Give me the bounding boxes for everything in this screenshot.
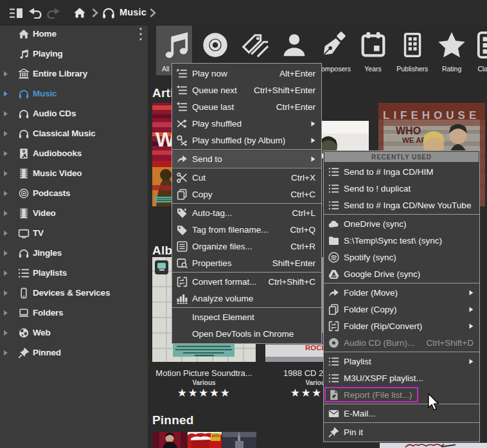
copy-icon	[172, 189, 192, 200]
menu-item-shortcut: Ctrl+R	[290, 242, 315, 251]
view-tab-years[interactable]: Years	[355, 26, 392, 77]
expand-arrow-icon[interactable]	[3, 210, 8, 217]
menu-item-label: Send to # Inga CD/HIM	[344, 167, 474, 177]
expand-arrow-icon[interactable]	[3, 91, 8, 97]
script-album-sliver[interactable]	[380, 443, 487, 448]
pin-icon	[18, 347, 30, 359]
sidebar-item[interactable]: Pinned	[0, 343, 148, 363]
submenu-item[interactable]: Pin it	[324, 424, 479, 440]
sidebar-item[interactable]: Entire Library	[0, 64, 148, 84]
submenu-item[interactable]: Folder (Copy)	[324, 301, 479, 318]
submenu-item[interactable]: M3U/XSPF playlist...	[324, 370, 479, 386]
sidebar-item-label: TV	[33, 228, 44, 238]
menu-item[interactable]: CopyCtrl+C	[172, 186, 321, 202]
menu-item[interactable]: Auto-tag...Ctrl+L	[172, 204, 321, 221]
submenu-item[interactable]: S:\Temp\Sync test\ (sync)	[324, 232, 479, 249]
menu-item-shortcut: Ctrl+L	[292, 208, 315, 218]
expand-arrow-icon[interactable]	[3, 290, 8, 296]
menu-item[interactable]: Organize files...Ctrl+R	[172, 238, 321, 255]
sidebar-item[interactable]: Music	[0, 84, 148, 103]
expand-arrow-icon[interactable]	[3, 330, 8, 336]
menu-item[interactable]: PropertiesShift+Enter	[172, 255, 321, 271]
album-title[interactable]: Motion Picture Soundtra...	[152, 368, 256, 378]
album-rating-stars[interactable]: ★★★★★	[152, 386, 256, 400]
submenu-item[interactable]: Audio CD (Burn)...Ctrl+Shift+D	[324, 334, 479, 351]
home-icon[interactable]	[73, 6, 86, 19]
menu-item[interactable]: CutCtrl+X	[172, 169, 321, 186]
menu-item[interactable]: Play shuffled (by Album)	[172, 132, 321, 148]
sidebar-item[interactable]: Video	[0, 203, 148, 223]
menu-item[interactable]: Queue lastCtrl+Enter	[172, 98, 321, 115]
expand-arrow-icon[interactable]	[3, 270, 8, 276]
submenu-item[interactable]: Send to # Inga CD/New YouTube	[324, 197, 479, 213]
menu-item[interactable]: Open DevTools in Chrome	[172, 325, 321, 342]
expand-arrow-icon[interactable]	[3, 71, 8, 77]
pinned-cover-building[interactable]	[222, 432, 256, 448]
sidebar-item[interactable]: Playing	[0, 44, 148, 64]
submenu-arrow-icon	[469, 359, 474, 364]
sidebar-item[interactable]: Classical Music	[0, 123, 148, 143]
expand-arrow-icon[interactable]	[3, 190, 8, 197]
menu-item[interactable]: Queue nextCtrl+Shift+Enter	[172, 82, 321, 98]
sidebar-item[interactable]: Web	[0, 323, 148, 343]
expand-arrow-icon[interactable]	[3, 350, 8, 356]
menu-item[interactable]: Play nowAlt+Enter	[172, 65, 321, 82]
submenu-item[interactable]: Folder (Rip/Convert)	[324, 318, 479, 334]
menu-item[interactable]: Tag from filename...Ctrl+Q	[172, 221, 321, 238]
sidebar-item[interactable]: Podcasts	[0, 183, 148, 203]
view-tab-publishers[interactable]: Publishers	[394, 26, 431, 77]
submenu-item[interactable]: E-Mail...	[324, 405, 479, 422]
menu-item-label: Pin it	[344, 427, 474, 437]
submenu-item[interactable]: OneDrive (sync)	[324, 215, 479, 232]
playlist-icon	[324, 166, 344, 177]
pinned-cover-portrait[interactable]	[153, 432, 187, 448]
submenu-item[interactable]: Send to ! duplicat	[324, 180, 479, 197]
music-note-icon	[159, 26, 193, 64]
sidebar-item[interactable]: Devices & Services	[0, 283, 148, 303]
menu-item-label: E-Mail...	[344, 409, 474, 418]
pinned-cover-hits28[interactable]: HITS 28	[188, 432, 222, 448]
submenu-item[interactable]: Send to # Inga CD/HIM	[324, 163, 479, 180]
redo-icon[interactable]	[46, 7, 60, 19]
library-icon	[18, 68, 30, 80]
album-artist: Various	[152, 379, 256, 386]
sidebar-toggle-icon[interactable]	[9, 8, 23, 19]
sidebar-item[interactable]: Audiobooks	[0, 143, 148, 163]
view-tab-rating[interactable]: Rating	[433, 26, 470, 77]
menu-item[interactable]: Analyze volume	[172, 290, 321, 307]
submenu-item[interactable]: Folder (Move)	[324, 284, 479, 301]
sidebar-item-label: Podcasts	[33, 188, 70, 198]
expand-arrow-icon[interactable]	[3, 250, 8, 256]
submenu-item[interactable]: Spotify (sync)	[324, 249, 479, 265]
menu-item-label: OneDrive (sync)	[344, 219, 474, 229]
menu-item[interactable]: Convert format...Ctrl+Shift+C	[172, 273, 321, 290]
playlist-play-icon	[172, 68, 192, 79]
sidebar-item[interactable]: Jingles	[0, 243, 148, 263]
submenu-item[interactable]: Google Drive (sync)	[324, 265, 479, 282]
view-tab-classical[interactable]: Classical	[472, 26, 487, 77]
sidebar-item[interactable]: Home	[0, 24, 148, 44]
expand-arrow-icon[interactable]	[3, 170, 8, 177]
sidebar-item[interactable]: TV	[0, 223, 148, 243]
sidebar-item[interactable]: Playlists	[0, 263, 148, 283]
sidebar-item[interactable]: Music Video	[0, 163, 148, 183]
breadcrumb-section[interactable]: Music	[120, 7, 146, 17]
menu-item[interactable]: Inspect Element	[172, 309, 321, 325]
home-icon	[18, 28, 30, 40]
grid-icon	[474, 26, 487, 64]
sidebar-item[interactable]: Folders	[0, 303, 148, 323]
headphones-icon	[18, 108, 30, 120]
expand-arrow-icon[interactable]	[3, 130, 8, 137]
expand-arrow-icon[interactable]	[3, 111, 8, 117]
menu-item-label: Spotify (sync)	[344, 253, 474, 262]
expand-arrow-icon[interactable]	[3, 310, 8, 316]
submenu-arrow-icon	[311, 156, 315, 162]
menu-item[interactable]: Send to	[172, 150, 321, 167]
undo-icon[interactable]	[28, 7, 42, 19]
chevron-right-icon[interactable]	[150, 8, 156, 17]
menu-item[interactable]: Play shuffled	[172, 115, 321, 132]
submenu-item[interactable]: Playlist	[324, 353, 479, 370]
expand-arrow-icon[interactable]	[3, 150, 8, 157]
expand-arrow-icon[interactable]	[3, 230, 8, 237]
sidebar-item[interactable]: Audio CDs	[0, 103, 148, 123]
